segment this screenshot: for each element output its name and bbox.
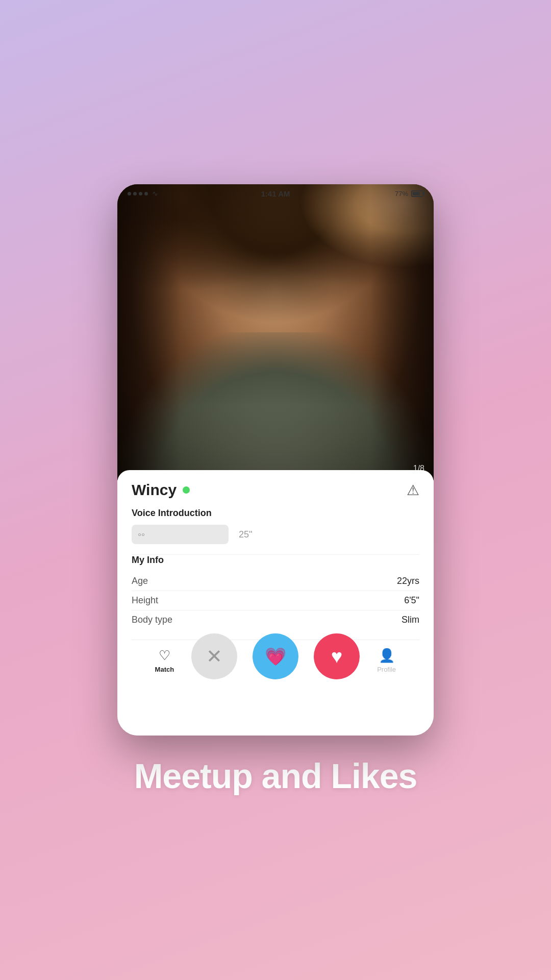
voice-intro-section: Voice Introduction ◦◦ 25" [132,508,419,544]
like-icon: ♥ [331,646,343,668]
battery-icon [411,190,423,197]
super-like-icon: 💗 [265,646,286,667]
age-value: 22yrs [397,576,419,586]
status-right: 77% [395,190,423,198]
info-row-height: Height 6'5" [132,591,419,610]
signal-dot-3 [139,192,142,195]
my-info-section: My Info Age 22yrs Height 6'5" Body type … [132,555,419,629]
profile-name: Wincy [132,481,177,499]
pass-button[interactable]: ✕ [191,633,237,679]
voice-duration: 25" [239,529,252,540]
body-type-value: Slim [402,615,419,625]
profile-name-row: Wincy [132,481,190,499]
voice-player[interactable]: ◦◦ 25" [132,525,419,544]
my-info-title: My Info [132,555,419,566]
voice-intro-title: Voice Introduction [132,508,419,519]
profile-card: Wincy ⚠ Voice Introduction ◦◦ 25" My Inf… [117,470,434,736]
info-row-age: Age 22yrs [132,572,419,591]
height-value: 6'5" [404,595,419,606]
profile-photo[interactable]: 1/8 [117,184,434,480]
tagline: Meetup and Likes [134,756,417,796]
signal-dot-4 [144,192,148,195]
status-time: 1:41 AM [261,189,290,198]
voice-bar[interactable]: ◦◦ [132,525,229,544]
wifi-icon: ∿ [152,189,158,198]
age-label: Age [132,576,148,586]
online-indicator [183,486,190,494]
battery-fill [413,192,420,195]
status-bar: ∿ 1:41 AM 77% [117,184,434,203]
status-left: ∿ [128,189,158,198]
height-label: Height [132,595,158,606]
pass-icon: ✕ [206,645,222,668]
battery-pct: 77% [395,190,408,198]
signal-dot-2 [133,192,137,195]
super-like-button[interactable]: 💗 [253,633,298,679]
profile-header: Wincy ⚠ [132,481,419,499]
phone-frame: ∿ 1:41 AM 77% 1/8 Wincy ⚠ Voice Introd [117,184,434,736]
body-type-label: Body type [132,615,172,625]
action-buttons: ✕ 💗 ♥ [117,633,434,679]
voice-waveform-icon: ◦◦ [138,529,145,541]
info-row-body: Body type Slim [132,610,419,629]
report-icon[interactable]: ⚠ [407,482,419,499]
like-button[interactable]: ♥ [314,633,360,679]
photo-vignette [117,184,434,480]
signal-dot-1 [128,192,131,195]
